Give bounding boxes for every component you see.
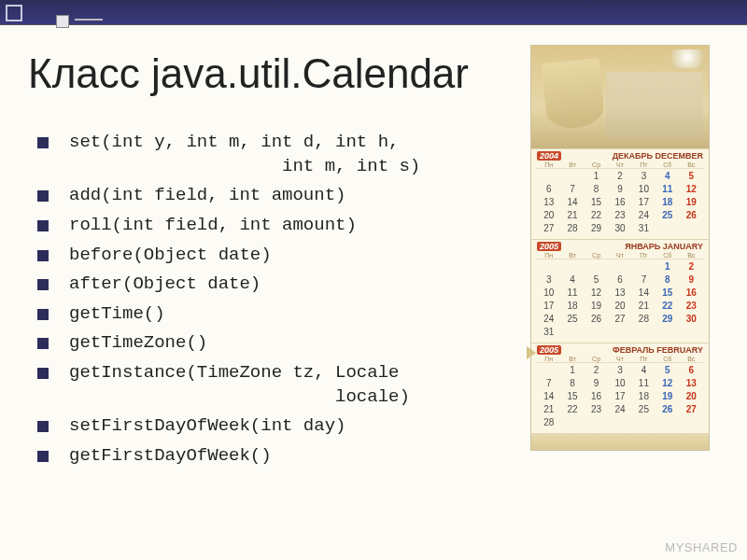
calendar-day: 14 <box>632 287 655 300</box>
calendar-day: 18 <box>655 196 679 209</box>
list-item: add(int field, int amount) <box>37 184 476 208</box>
calendar-day: 2 <box>608 170 631 183</box>
calendar-header-image <box>531 46 709 148</box>
calendar-day: 12 <box>585 287 608 300</box>
calendar-day: 9 <box>585 377 608 390</box>
calendar-day: 18 <box>632 390 655 403</box>
calendar-day: 28 <box>560 222 584 235</box>
calendar-month: 2005ФЕВРАЛЬ FEBRUARYПнВтСрЧтПтСбВс123456… <box>531 343 709 433</box>
calendar-month-name: ДЕКАБРЬ DECEMBER <box>613 151 703 161</box>
calendar-day: 30 <box>608 222 631 235</box>
calendar-day-grid: 1234567891011121314151617181920212223242… <box>537 364 703 429</box>
method-signature: getFirstDayOfWeek() <box>69 444 272 469</box>
calendar-day: 10 <box>608 377 631 390</box>
list-item: after(Object date) <box>37 273 476 297</box>
calendar-day: 21 <box>632 300 655 313</box>
calendar-day: 22 <box>585 209 608 222</box>
slide-title: Класс java.util.Calendar <box>28 50 469 97</box>
calendar-day: 27 <box>537 222 560 235</box>
bullet-square-icon <box>37 279 49 290</box>
calendar-weekday-row: ПнВтСрЧтПтСбВс <box>537 161 703 169</box>
method-signature: set(int y, int m, int d, int h, int m, i… <box>69 131 420 178</box>
calendar-day: 13 <box>608 287 631 300</box>
calendar-day: 12 <box>680 183 703 196</box>
calendar-day: 4 <box>632 364 655 377</box>
calendar-day: 7 <box>560 183 584 196</box>
list-item: getTime() <box>37 302 476 327</box>
calendar-day: 21 <box>537 403 560 416</box>
accent-square-filled-icon <box>56 15 69 28</box>
calendar-day: 24 <box>632 209 655 222</box>
method-signature: after(Object date) <box>69 273 261 297</box>
method-signature: roll(int field, int amount) <box>69 214 357 238</box>
calendar-day: 17 <box>537 300 560 313</box>
calendar-day: 26 <box>585 313 608 326</box>
calendar-day: 16 <box>608 196 631 209</box>
calendar-day: 1 <box>655 260 679 273</box>
list-item: getInstance(TimeZone tz, Locale locale) <box>37 361 476 409</box>
calendar-month-header: 2005ЯНВАРЬ JANUARY <box>537 242 703 251</box>
method-signature: getTime() <box>69 302 165 327</box>
calendar-month: 2004ДЕКАБРЬ DECEMBERПнВтСрЧтПтСбВс123456… <box>531 148 709 239</box>
calendar-day: 18 <box>560 300 584 313</box>
method-signature: getInstance(TimeZone tz, Locale locale) <box>69 361 410 409</box>
calendar-day: 15 <box>560 390 584 403</box>
calendar-month-header: 2005ФЕВРАЛЬ FEBRUARY <box>537 345 703 355</box>
calendar-weekday-row: ПнВтСрЧтПтСбВс <box>537 356 703 363</box>
calendar-day: 31 <box>537 326 560 339</box>
calendar-day: 25 <box>560 313 584 326</box>
method-list: set(int y, int m, int d, int h, int m, i… <box>37 131 476 474</box>
calendar-year-badge: 2004 <box>537 151 561 161</box>
calendar-day: 10 <box>632 183 655 196</box>
calendar-day: 20 <box>537 209 560 222</box>
calendar-year-badge: 2005 <box>537 242 561 251</box>
calendar-day: 6 <box>537 183 560 196</box>
calendar-day: 16 <box>585 390 608 403</box>
calendar-day: 21 <box>560 209 584 222</box>
calendar-logo-icon <box>671 49 703 68</box>
calendar-day: 23 <box>680 300 703 313</box>
calendar-day: 14 <box>560 196 584 209</box>
calendar-day: 24 <box>608 403 631 416</box>
bullet-square-icon <box>37 137 49 148</box>
calendar-day: 28 <box>537 416 560 429</box>
calendar-day: 11 <box>655 183 679 196</box>
calendar-day: 20 <box>680 390 703 403</box>
calendar-day: 19 <box>655 390 679 403</box>
calendar-day: 3 <box>632 170 655 183</box>
calendar-footer <box>531 433 709 450</box>
calendar-day: 2 <box>680 260 703 273</box>
calendar-day: 3 <box>608 364 631 377</box>
calendar-illustration: 2004ДЕКАБРЬ DECEMBERПнВтСрЧтПтСбВс123456… <box>530 45 710 451</box>
calendar-day-grid: 1234567891011121314151617181920212223242… <box>537 170 703 235</box>
bullet-square-icon <box>37 190 49 202</box>
calendar-day: 4 <box>655 170 679 183</box>
bullet-square-icon <box>37 421 49 432</box>
calendar-day: 13 <box>680 377 703 390</box>
list-item: getTimeZone() <box>37 331 476 356</box>
calendar-day: 20 <box>608 300 631 313</box>
calendar-day: 11 <box>560 287 584 300</box>
calendar-day: 23 <box>608 209 631 222</box>
list-item: setFirstDayOfWeek(int day) <box>37 414 476 439</box>
calendar-day: 24 <box>537 313 560 326</box>
bullet-square-icon <box>37 338 49 349</box>
calendar-day: 4 <box>560 273 584 287</box>
calendar-month-header: 2004ДЕКАБРЬ DECEMBER <box>537 151 703 161</box>
calendar-day: 3 <box>537 273 560 287</box>
method-signature: getTimeZone() <box>69 331 207 356</box>
calendar-day: 2 <box>585 364 608 377</box>
watermark-text: MYSHARED <box>665 540 738 554</box>
calendar-day: 19 <box>680 196 703 209</box>
calendar-day: 28 <box>632 313 655 326</box>
calendar-day: 8 <box>560 377 584 390</box>
list-item: before(Object date) <box>37 244 476 268</box>
calendar-date-pointer-icon <box>527 346 536 359</box>
calendar-day: 8 <box>655 273 679 287</box>
calendar-day: 10 <box>537 287 560 300</box>
calendar-day: 7 <box>632 273 655 287</box>
list-item: roll(int field, int amount) <box>37 214 476 238</box>
calendar-day: 9 <box>680 273 703 287</box>
calendar-day: 8 <box>585 183 608 196</box>
bullet-square-icon <box>37 250 49 261</box>
